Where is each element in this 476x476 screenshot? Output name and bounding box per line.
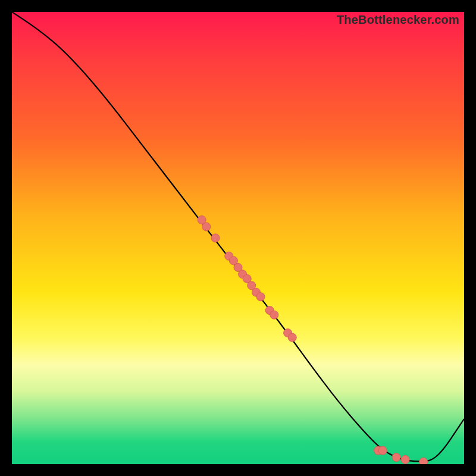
scatter-group [198,216,427,464]
chart-area: TheBottlenecker.com [12,12,464,464]
data-point [401,455,409,464]
data-point [419,458,428,464]
data-point [288,333,296,342]
data-point [270,311,278,319]
data-point [378,446,387,455]
bottleneck-curve [12,12,464,461]
data-point [392,453,400,462]
plot-svg [12,12,464,464]
data-point [256,293,265,301]
data-point [211,234,220,242]
data-point [202,223,211,231]
